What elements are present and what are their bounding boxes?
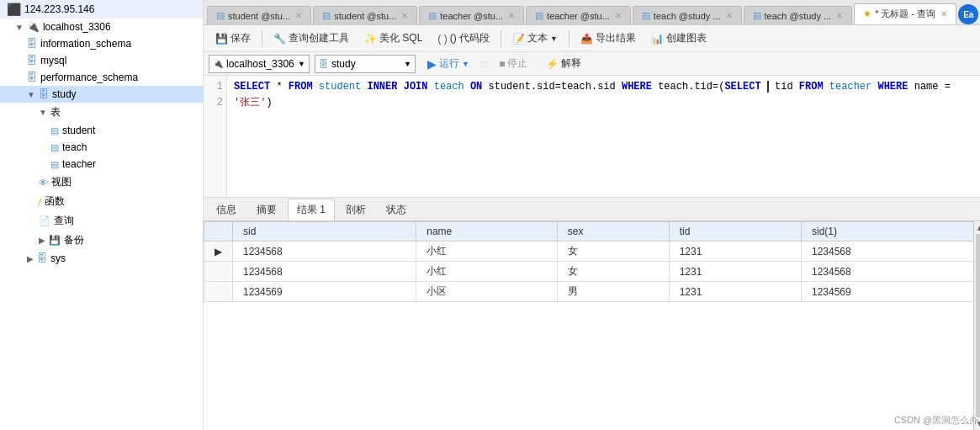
expand-arrow: ▶	[39, 236, 45, 245]
beautify-button[interactable]: ✨ 美化 SQL	[358, 29, 429, 47]
sidebar-item-performance_schema[interactable]: 🗄 performance_schema	[0, 69, 203, 86]
tab-icon: ★	[863, 8, 871, 19]
tab-teach-1[interactable]: ▤ teach @study ... ✕	[633, 6, 742, 24]
func-icon: 𝑓	[39, 196, 41, 207]
tab-teacher-1[interactable]: ▤ teacher @stu... ✕	[419, 6, 524, 24]
sidebar-group-tables[interactable]: ▼ 表	[0, 103, 203, 122]
tab-query-active[interactable]: ★ * 无标题 - 查询 ✕	[854, 3, 956, 24]
cell-sid1: 1234568	[802, 262, 981, 282]
sidebar-item-study[interactable]: ▼ 🗄 study	[0, 86, 203, 103]
host-select[interactable]: 🔌 localhost_3306 ▼	[209, 55, 310, 73]
sidebar-table-student[interactable]: ▤ student	[0, 122, 203, 139]
close-icon[interactable]: ✕	[508, 11, 515, 20]
sidebar-server-label: 124.223.95.146	[24, 3, 94, 15]
sidebar-group-views[interactable]: 👁 视图	[0, 173, 203, 192]
line-numbers: 1 2	[204, 76, 227, 197]
sidebar-group-backup[interactable]: ▶ 💾 备份	[0, 231, 203, 250]
db-icon: 🗄	[39, 88, 49, 100]
tab-label: 结果 1	[297, 204, 326, 215]
table-row[interactable]: 1234569 小区 男 1231 1234569	[204, 282, 981, 302]
database-select[interactable]: 🗄 study ▼	[315, 55, 416, 73]
tab-label: 摘要	[257, 204, 277, 215]
sidebar-group-label: 视图	[51, 175, 72, 189]
sidebar-group-functions[interactable]: 𝑓 函数	[0, 192, 203, 211]
query-tool-button[interactable]: 🔧 查询创建工具	[267, 29, 356, 47]
dropdown-arrow: ▼	[298, 60, 305, 68]
watermark: CSDN @黑洞怎么办	[894, 414, 978, 427]
code-editor[interactable]: 1 2 SELECT * FROM student INNER JOIN tea…	[204, 76, 980, 198]
explain-button[interactable]: ⚡ 解释	[539, 55, 588, 72]
tab-teach-2[interactable]: ▤ teach @study ... ✕	[744, 6, 853, 24]
code-content[interactable]: SELECT * FROM student INNER JOIN teach O…	[227, 76, 980, 197]
dropdown-arrow: ▼	[550, 35, 558, 43]
col-tid-header[interactable]: tid	[669, 222, 801, 242]
save-icon: 💾	[215, 33, 228, 45]
text-label: 文本	[527, 31, 548, 45]
tab-icon: ▤	[216, 10, 225, 21]
sidebar-table-teach[interactable]: ▤ teach	[0, 139, 203, 156]
col-marker-header	[204, 222, 233, 242]
tab-label: student @stu...	[334, 11, 396, 21]
scroll-thumb[interactable]	[976, 234, 980, 417]
close-icon[interactable]: ✕	[940, 9, 947, 19]
scroll-up-arrow[interactable]: ▲	[976, 223, 980, 232]
result-tab-status[interactable]: 状态	[377, 199, 416, 220]
result-tab-result1[interactable]: 结果 1	[288, 199, 335, 220]
result-tab-profile[interactable]: 剖析	[336, 199, 375, 220]
run-button[interactable]: ▶ 运行 ▼	[421, 55, 476, 72]
tab-teacher-2[interactable]: ▤ teacher @stu... ✕	[526, 6, 631, 24]
tab-icon: ▤	[322, 10, 331, 21]
close-icon[interactable]: ✕	[726, 11, 733, 20]
vertical-scrollbar[interactable]: ▲ ▼	[973, 221, 980, 430]
sidebar-server-remote[interactable]: ⬛ 124.223.95.146	[0, 0, 203, 19]
backup-icon: 💾	[49, 235, 61, 246]
sidebar-item-mysql[interactable]: 🗄 mysql	[0, 52, 203, 69]
table-row[interactable]: ▶ 1234568 小红 女 1231 1234568	[204, 242, 981, 262]
cell-sex: 女	[557, 262, 669, 282]
col-sid-header[interactable]: sid	[233, 222, 416, 242]
sidebar-item-sys[interactable]: ▶ 🗄 sys	[0, 250, 203, 267]
localhost-icon: 🔌	[27, 21, 40, 33]
export-button[interactable]: 📤 导出结果	[574, 29, 643, 47]
tab-student-2[interactable]: ▤ student @stu... ✕	[313, 6, 417, 24]
close-icon[interactable]: ✕	[836, 11, 843, 20]
code-button[interactable]: ( ) () 代码段	[431, 29, 496, 47]
create-chart-button[interactable]: 📊 创建图表	[644, 29, 713, 47]
cell-name: 小区	[416, 282, 557, 302]
data-table-wrapper: sid name sex tid sid(1)	[204, 221, 980, 430]
tab-icon: ▤	[428, 10, 437, 21]
db-value: study	[331, 58, 356, 70]
text-button[interactable]: 📝 文本 ▼	[506, 29, 564, 47]
query-icon: 📄	[39, 215, 50, 226]
separator-3	[569, 30, 569, 47]
db-icon: 🗄	[27, 72, 37, 83]
cell-sex: 女	[557, 242, 669, 262]
result-tab-summary[interactable]: 摘要	[247, 199, 286, 220]
table-icon: ▤	[50, 142, 59, 153]
result-tab-info[interactable]: 信息	[207, 199, 246, 220]
sidebar-group-queries[interactable]: 📄 查询	[0, 211, 203, 231]
close-icon[interactable]: ✕	[295, 11, 302, 20]
run-label: 运行	[439, 56, 459, 71]
sidebar-localhost[interactable]: ▼ 🔌 localhost_3306	[0, 19, 203, 35]
col-name-header[interactable]: name	[416, 222, 557, 242]
view-icon: 👁	[39, 178, 48, 188]
tab-label: teacher @stu...	[547, 11, 610, 21]
save-button[interactable]: 💾 保存	[209, 29, 257, 47]
expand-arrow: ▼	[15, 23, 24, 32]
tab-student-1[interactable]: ▤ student @stu... ✕	[207, 6, 311, 24]
close-icon[interactable]: ✕	[401, 11, 408, 20]
cell-sid1: 1234568	[802, 242, 981, 262]
sidebar-table-teacher[interactable]: ▤ teacher	[0, 156, 203, 173]
table-row[interactable]: 1234568 小红 女 1231 1234568	[204, 262, 981, 282]
tab-label: student @stu...	[228, 11, 290, 21]
close-icon[interactable]: ✕	[615, 11, 622, 20]
tab-icon: ▤	[753, 10, 761, 21]
col-sid1-header[interactable]: sid(1)	[802, 222, 981, 242]
sidebar-item-information_schema[interactable]: 🗄 information_schema	[0, 35, 203, 52]
code-label: () 代码段	[450, 31, 490, 45]
stop-button[interactable]: ■ 停止	[492, 55, 534, 72]
cell-sid: 1234568	[233, 262, 416, 282]
explain-icon: ⚡	[546, 58, 559, 70]
col-sex-header[interactable]: sex	[557, 222, 669, 242]
